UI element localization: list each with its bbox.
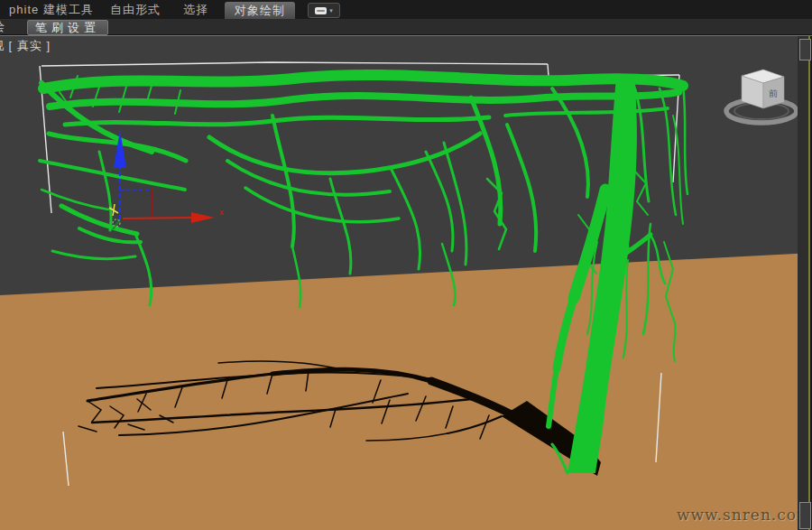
- viewcube-front-label: 前: [769, 88, 778, 98]
- scrollbar-bottom-cap[interactable]: [799, 502, 811, 529]
- chevron-down-icon: ▾: [329, 7, 333, 14]
- tab-selection[interactable]: 选择: [173, 0, 218, 19]
- ribbon-tab-bar: phite 建模工具 自由形式 选择 对象绘制 ▾: [0, 0, 812, 19]
- ground-plane[interactable]: [0, 253, 812, 530]
- panel-tab-brush-settings[interactable]: 笔刷设置: [27, 20, 108, 35]
- tab-freeform[interactable]: 自由形式: [99, 0, 171, 19]
- x-axis-stem[interactable]: [123, 218, 191, 219]
- watermark-text: www.snren.com: [677, 506, 812, 524]
- ribbon-panel-icon: [315, 7, 327, 14]
- ribbon-minimize-button[interactable]: ▾: [308, 3, 340, 18]
- panel-tab-paint-objects-clipped[interactable]: 绘: [0, 20, 5, 33]
- scrollbar-top-cap[interactable]: [799, 39, 811, 60]
- ribbon-panel-row: [0, 19, 812, 35]
- viewport-canvas[interactable]: x 前: [0, 36, 812, 530]
- tab-object-paint[interactable]: 对象绘制: [225, 2, 295, 19]
- x-axis-label: x: [219, 208, 224, 217]
- tab-graphite-modeling[interactable]: phite 建模工具: [2, 0, 101, 19]
- viewport-shading-label[interactable]: 视 [ 真实 ]: [0, 38, 51, 54]
